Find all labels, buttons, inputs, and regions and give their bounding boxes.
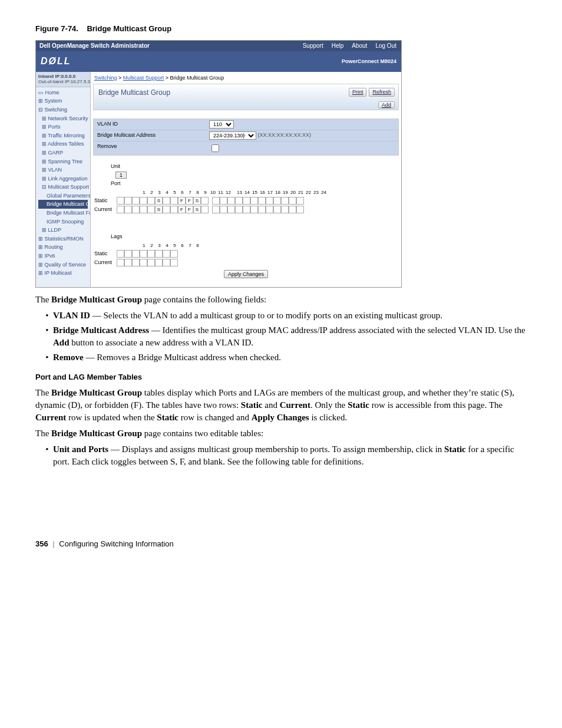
port-cell	[124, 206, 132, 213]
port-cell[interactable]	[163, 197, 170, 205]
port-cell[interactable]	[132, 250, 140, 258]
field-list: VLAN ID — Selects the VLAN to add a mult…	[35, 309, 527, 364]
ip-info: Inband IP:0.0.0.0 Out-of-band IP:10.27.5…	[36, 72, 90, 87]
nav-ip-multicast[interactable]: ⊞ IP Multicast	[38, 269, 88, 278]
screenshot-container: Dell OpenManage Switch Administrator Sup…	[35, 40, 402, 288]
dell-logo: DØLL	[41, 55, 71, 68]
nav-system[interactable]: ⊞ System	[38, 97, 88, 106]
breadcrumb-switching[interactable]: Switching	[94, 75, 117, 81]
port-cell[interactable]	[243, 197, 250, 205]
logout-link[interactable]: Log Out	[375, 42, 396, 50]
port-cell	[117, 206, 124, 213]
nav-home[interactable]: ▭ Home	[38, 88, 88, 97]
nav-statistics-rmon[interactable]: ⊞ Statistics/RMON	[38, 235, 88, 243]
port-cell[interactable]	[170, 250, 178, 258]
port-cell: S	[155, 206, 163, 213]
port-cell[interactable]	[266, 197, 273, 205]
nav-ipv6[interactable]: ⊞ IPv6	[38, 252, 88, 261]
add-button[interactable]: Add	[378, 101, 395, 108]
figure-caption-label: Figure 7-74.	[35, 24, 78, 33]
port-cell[interactable]	[147, 250, 155, 258]
nav-igmp-snooping[interactable]: IGMP Snooping	[38, 218, 88, 226]
nav-switching[interactable]: ⊟ Switching	[38, 106, 88, 114]
port-cell[interactable]	[132, 197, 140, 205]
port-cell[interactable]	[227, 197, 235, 205]
port-cell[interactable]	[140, 197, 147, 205]
oob-ip-label: Out-of-band IP:	[38, 79, 71, 84]
paragraph-tables: The Bridge Multicast Group tables displa…	[35, 387, 527, 424]
port-cell[interactable]: F	[186, 197, 193, 205]
port-cell	[155, 259, 163, 266]
port-cell[interactable]	[201, 197, 209, 205]
nav-bridge-multicast-group[interactable]: Bridge Multicast Grou	[38, 200, 88, 209]
port-cell: F	[178, 206, 186, 213]
paragraph-intro: The Bridge Multicast Group page contains…	[35, 294, 527, 306]
settings-form: VLAN ID 110 Bridge Multicast Address 224…	[93, 118, 399, 156]
breadcrumb-multicast[interactable]: Multicast Support	[123, 75, 164, 81]
product-model: PowerConnect M8024	[342, 58, 396, 65]
port-cell	[266, 206, 273, 213]
nav-lldp[interactable]: ⊞ LLDP	[38, 226, 88, 235]
nav-garp[interactable]: ⊞ GARP	[38, 149, 88, 157]
nav-ports[interactable]: ⊞ Ports	[38, 123, 88, 131]
port-cell[interactable]	[163, 250, 170, 258]
port-cell	[132, 206, 140, 213]
unit-selector[interactable]: 1	[115, 172, 127, 179]
nav-link-aggregation[interactable]: ⊞ Link Aggregation	[38, 174, 88, 183]
vlan-id-select[interactable]: 110	[209, 120, 234, 129]
port-cell: F	[186, 206, 193, 213]
port-cell[interactable]: S	[193, 197, 201, 205]
nav-qos[interactable]: ⊞ Quality of Service	[38, 261, 88, 269]
port-cell[interactable]: S	[155, 197, 163, 205]
port-cell[interactable]: F	[178, 197, 186, 205]
nav-traffic-mirroring[interactable]: ⊞ Traffic Mirroring	[38, 131, 88, 140]
port-cell[interactable]	[140, 250, 147, 258]
current-row-label: Current	[94, 206, 117, 213]
port-cell	[163, 206, 170, 213]
remove-checkbox[interactable]	[211, 144, 219, 152]
port-cell[interactable]	[117, 197, 124, 205]
port-cell	[243, 206, 250, 213]
apply-changes-button[interactable]: Apply Changes	[224, 270, 268, 278]
refresh-button[interactable]: Refresh	[369, 88, 395, 97]
lags-label: Lags	[111, 232, 398, 242]
nav-address-tables[interactable]: ⊞ Address Tables	[38, 140, 88, 149]
support-link[interactable]: Support	[303, 42, 323, 50]
section-heading: Port and LAG Member Tables	[35, 372, 527, 383]
port-cell	[117, 259, 124, 266]
port-cell[interactable]	[296, 197, 304, 205]
bridge-multicast-address-select[interactable]: 224-239.130|0.0.0 (s)	[209, 131, 256, 140]
nav-multicast-support[interactable]: ⊟ Multicast Support	[38, 183, 88, 192]
port-cell[interactable]	[117, 250, 124, 258]
unit-label: Unit	[111, 162, 398, 172]
list-item: VLAN ID — Selects the VLAN to add a mult…	[53, 309, 527, 322]
breadcrumb: Switching > Multicast Support > Bridge M…	[91, 72, 401, 84]
nav-bridge-multicast-forward[interactable]: Bridge Multicast Forw	[38, 209, 88, 218]
port-cell[interactable]	[124, 197, 132, 205]
port-cell: S	[193, 206, 201, 213]
nav-vlan[interactable]: ⊞ VLAN	[38, 166, 88, 174]
port-cell[interactable]	[258, 197, 266, 205]
port-cell[interactable]	[170, 197, 178, 205]
main-panel: Switching > Multicast Support > Bridge M…	[91, 72, 401, 288]
nav-global-parameters[interactable]: Global Parameters	[38, 192, 88, 200]
help-link[interactable]: Help	[332, 42, 344, 50]
port-cell[interactable]	[220, 197, 227, 205]
nav-routing[interactable]: ⊞ Routing	[38, 243, 88, 252]
about-link[interactable]: About	[352, 42, 367, 50]
nav-network-security[interactable]: ⊞ Network Security	[38, 114, 88, 123]
port-cell[interactable]	[235, 197, 243, 205]
nav-spanning-tree[interactable]: ⊞ Spanning Tree	[38, 157, 88, 166]
port-cell[interactable]	[281, 197, 289, 205]
port-cell[interactable]	[289, 197, 296, 205]
section-name: Configuring Switching Information	[59, 539, 173, 548]
port-cell[interactable]	[273, 197, 281, 205]
port-cell[interactable]	[212, 197, 220, 205]
print-button[interactable]: Print	[349, 88, 367, 97]
port-cell[interactable]	[250, 197, 258, 205]
port-cell[interactable]	[124, 250, 132, 258]
port-cell[interactable]	[155, 250, 163, 258]
page-number: 356	[35, 539, 48, 548]
topbar-links: Support Help About Log Out	[303, 42, 396, 50]
port-cell[interactable]	[147, 197, 155, 205]
